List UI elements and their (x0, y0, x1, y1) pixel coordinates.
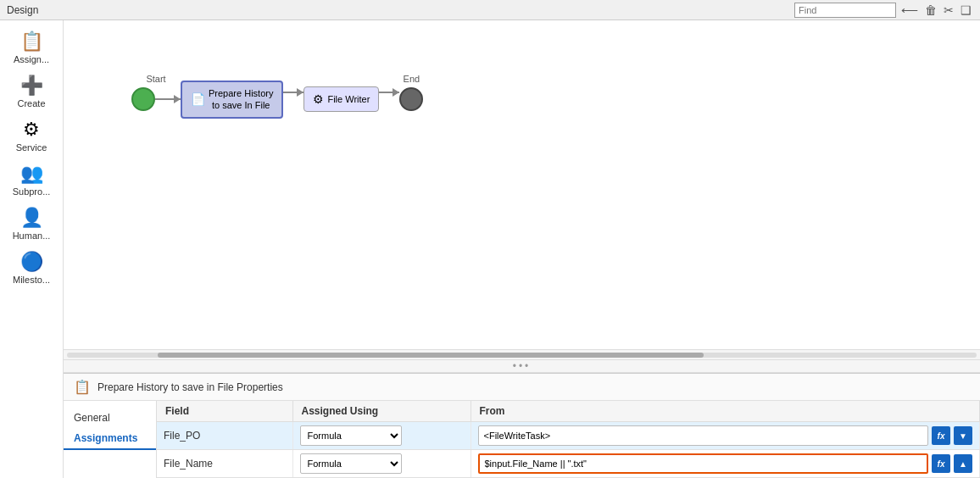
from-name-input[interactable] (478, 453, 929, 474)
arrow3 (379, 92, 399, 93)
arrow1 (155, 98, 181, 100)
sidebar-item-create[interactable]: ➕ Create (6, 71, 57, 112)
service-icon: ⚙ (23, 119, 40, 141)
subpro-icon: 👥 (20, 163, 43, 185)
design-title: Design (7, 4, 38, 16)
sidebar-item-human-label: Human... (13, 231, 51, 241)
back-button[interactable]: ⟵ (899, 3, 920, 17)
end-node (399, 87, 423, 111)
properties-panel: 📋 Prepare History to save in File Proper… (64, 373, 980, 478)
h-scrollbar[interactable] (64, 349, 980, 359)
properties-header: 📋 Prepare History to save in File Proper… (64, 374, 980, 401)
sidebar-item-milesto[interactable]: 🔵 Milesto... (6, 247, 57, 288)
toolbar-actions: ⟵ 🗑 ✂ ❑ (794, 3, 973, 18)
properties-body: General Assignments Field Assigned Using… (64, 401, 980, 478)
copy-button[interactable]: ❑ (959, 3, 973, 17)
formula-select-po[interactable]: Formula Literal Variable (300, 425, 402, 446)
file-writer-label: File Writer (327, 94, 370, 104)
sidebar-item-milesto-label: Milesto... (13, 275, 50, 285)
nav-assignments[interactable]: Assignments (64, 428, 156, 450)
sidebar-item-subpro[interactable]: 👥 Subpro... (6, 159, 57, 200)
sidebar-item-assign[interactable]: 📋 Assign... (6, 27, 57, 68)
toggle-name-button[interactable]: ▲ (954, 454, 972, 473)
fx-po-button[interactable]: fx (932, 426, 950, 445)
end-label: End (404, 74, 420, 84)
workflow-canvas[interactable]: Start 📄 Prepare Historyto save In File (64, 20, 980, 349)
sidebar-item-assign-label: Assign... (14, 54, 49, 64)
properties-title: Prepare History to save in File Properti… (97, 381, 283, 393)
toggle-po-button[interactable]: ▼ (954, 426, 972, 445)
table-row: File_Name Formula Literal Variable (157, 450, 980, 478)
fx-name-button[interactable]: fx (932, 454, 950, 473)
top-bar: Design ⟵ 🗑 ✂ ❑ (0, 0, 980, 20)
from-po-wrapper: fx ▼ (478, 425, 973, 446)
assigned-name-cell: Formula Literal Variable (292, 450, 471, 478)
prepare-history-label: Prepare Historyto save In File (209, 87, 273, 112)
from-po-input[interactable] (478, 425, 929, 446)
properties-content: Field Assigned Using From File_PO (157, 401, 980, 478)
properties-nav: General Assignments (64, 401, 157, 478)
file-writer-icon: ⚙ (313, 92, 324, 106)
arrow2 (283, 92, 303, 93)
start-node (131, 87, 155, 111)
prepare-history-icon: 📄 (191, 92, 205, 106)
human-icon: 👤 (20, 207, 43, 229)
main-area: 📋 Assign... ➕ Create ⚙ Service 👥 Subpro.… (0, 20, 980, 478)
field-name-cell: File_Name (157, 450, 292, 478)
col-assigned: Assigned Using (292, 401, 471, 422)
from-name-wrapper: fx ▲ (478, 453, 973, 474)
h-scroll-track (67, 353, 977, 358)
delete-button[interactable]: 🗑 (923, 3, 938, 17)
properties-icon: 📋 (74, 379, 91, 395)
start-label: Start (146, 74, 165, 84)
create-icon: ➕ (20, 75, 43, 97)
sidebar-item-create-label: Create (17, 98, 45, 108)
h-scroll-thumb (158, 353, 704, 358)
find-input[interactable] (794, 3, 896, 18)
nav-general[interactable]: General (64, 408, 156, 428)
sidebar: 📋 Assign... ➕ Create ⚙ Service 👥 Subpro.… (0, 20, 64, 478)
formula-select-name[interactable]: Formula Literal Variable (300, 453, 402, 474)
from-name-cell: fx ▲ (471, 450, 980, 478)
assigned-po-cell: Formula Literal Variable (292, 422, 471, 450)
assignments-table: Field Assigned Using From File_PO (157, 401, 980, 478)
field-po-cell: File_PO (157, 422, 292, 450)
col-field: Field (157, 401, 292, 422)
canvas-area: Start 📄 Prepare Historyto save In File (64, 20, 980, 478)
sidebar-item-service[interactable]: ⚙ Service (6, 115, 57, 156)
file-writer-node[interactable]: ⚙ File Writer (303, 86, 379, 112)
milesto-icon: 🔵 (20, 251, 43, 273)
table-row: File_PO Formula Literal Variable (157, 422, 980, 450)
cut-button[interactable]: ✂ (942, 3, 955, 17)
from-po-cell: fx ▼ (471, 422, 980, 450)
prepare-history-node[interactable]: 📄 Prepare Historyto save In File (181, 81, 283, 119)
sidebar-item-service-label: Service (16, 142, 47, 153)
sidebar-item-human[interactable]: 👤 Human... (6, 203, 57, 244)
sidebar-item-subpro-label: Subpro... (13, 186, 51, 197)
table-header-row: Field Assigned Using From (157, 401, 980, 422)
col-from: From (471, 401, 980, 422)
divider-dots: ••• (64, 359, 980, 373)
assign-icon: 📋 (20, 31, 43, 53)
